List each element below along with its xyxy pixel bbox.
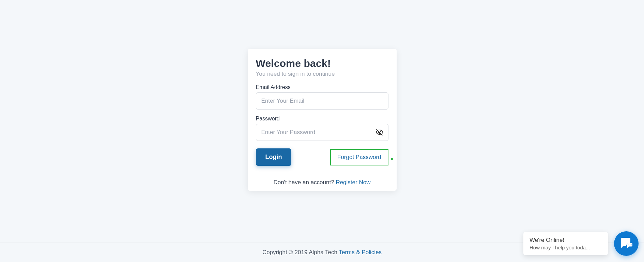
login-button[interactable]: Login — [256, 148, 292, 166]
chat-bubble[interactable]: We're Online! How may I help you toda... — [523, 232, 608, 255]
terms-link[interactable]: Terms & Policies — [339, 249, 382, 256]
svg-point-0 — [628, 245, 629, 245]
svg-point-1 — [630, 245, 630, 245]
chat-icon — [620, 237, 632, 250]
forgot-password-link[interactable]: Forgot Password — [330, 149, 388, 165]
login-card: Welcome back! You need to sign in to con… — [248, 49, 397, 191]
email-label: Email Address — [256, 84, 388, 90]
chat-widget: We're Online! How may I help you toda... — [523, 231, 639, 256]
email-input[interactable] — [256, 92, 388, 110]
chat-subtitle: How may I help you toda... — [530, 245, 602, 250]
card-footer: Don't have an account? Register Now — [248, 174, 397, 191]
chat-title: We're Online! — [530, 237, 602, 244]
welcome-subtitle: You need to sign in to continue — [256, 71, 388, 77]
indicator-dot — [391, 158, 393, 160]
password-input[interactable] — [256, 124, 388, 141]
password-label: Password — [256, 116, 388, 122]
copyright-text: Copyright © 2019 Alpha Tech — [262, 249, 339, 256]
welcome-title: Welcome back! — [256, 58, 388, 69]
svg-point-2 — [631, 245, 632, 245]
toggle-password-visibility-icon[interactable] — [375, 128, 384, 136]
account-prompt: Don't have an account? — [274, 179, 336, 186]
register-link[interactable]: Register Now — [336, 179, 370, 186]
chat-button[interactable] — [614, 231, 639, 256]
